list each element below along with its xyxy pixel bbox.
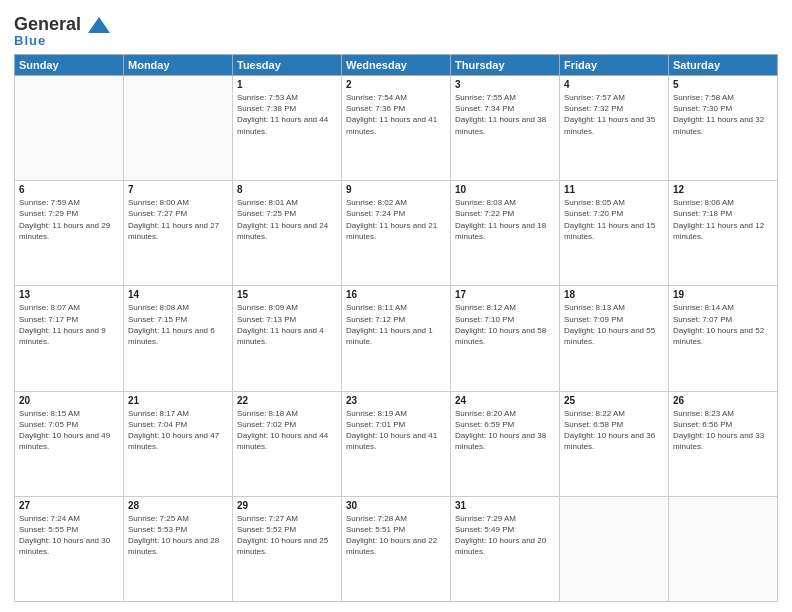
day-number: 31 bbox=[455, 500, 555, 511]
day-info: Sunrise: 8:22 AMSunset: 6:58 PMDaylight:… bbox=[564, 408, 664, 453]
day-info: Sunrise: 8:07 AMSunset: 7:17 PMDaylight:… bbox=[19, 302, 119, 347]
day-info: Sunrise: 8:00 AMSunset: 7:27 PMDaylight:… bbox=[128, 197, 228, 242]
day-number: 28 bbox=[128, 500, 228, 511]
day-number: 10 bbox=[455, 184, 555, 195]
calendar-week-row: 27Sunrise: 7:24 AMSunset: 5:55 PMDayligh… bbox=[15, 496, 778, 601]
calendar-day-cell bbox=[15, 76, 124, 181]
calendar-day-cell: 11Sunrise: 8:05 AMSunset: 7:20 PMDayligh… bbox=[560, 181, 669, 286]
calendar-day-cell: 18Sunrise: 8:13 AMSunset: 7:09 PMDayligh… bbox=[560, 286, 669, 391]
header-monday: Monday bbox=[124, 55, 233, 76]
calendar-day-cell: 17Sunrise: 8:12 AMSunset: 7:10 PMDayligh… bbox=[451, 286, 560, 391]
day-info: Sunrise: 7:58 AMSunset: 7:30 PMDaylight:… bbox=[673, 92, 773, 137]
day-info: Sunrise: 8:14 AMSunset: 7:07 PMDaylight:… bbox=[673, 302, 773, 347]
calendar-week-row: 13Sunrise: 8:07 AMSunset: 7:17 PMDayligh… bbox=[15, 286, 778, 391]
day-number: 7 bbox=[128, 184, 228, 195]
day-info: Sunrise: 7:29 AMSunset: 5:49 PMDaylight:… bbox=[455, 513, 555, 558]
day-info: Sunrise: 7:24 AMSunset: 5:55 PMDaylight:… bbox=[19, 513, 119, 558]
calendar-day-cell: 27Sunrise: 7:24 AMSunset: 5:55 PMDayligh… bbox=[15, 496, 124, 601]
day-info: Sunrise: 7:25 AMSunset: 5:53 PMDaylight:… bbox=[128, 513, 228, 558]
calendar-day-cell: 20Sunrise: 8:15 AMSunset: 7:05 PMDayligh… bbox=[15, 391, 124, 496]
header-saturday: Saturday bbox=[669, 55, 778, 76]
day-number: 27 bbox=[19, 500, 119, 511]
day-number: 15 bbox=[237, 289, 337, 300]
calendar-page: General Blue Sunday Monday Tuesday Wedne… bbox=[0, 0, 792, 612]
day-number: 25 bbox=[564, 395, 664, 406]
calendar-day-cell: 4Sunrise: 7:57 AMSunset: 7:32 PMDaylight… bbox=[560, 76, 669, 181]
calendar-day-cell bbox=[124, 76, 233, 181]
header-wednesday: Wednesday bbox=[342, 55, 451, 76]
calendar-week-row: 1Sunrise: 7:53 AMSunset: 7:38 PMDaylight… bbox=[15, 76, 778, 181]
day-number: 22 bbox=[237, 395, 337, 406]
calendar-day-cell: 24Sunrise: 8:20 AMSunset: 6:59 PMDayligh… bbox=[451, 391, 560, 496]
calendar-week-row: 20Sunrise: 8:15 AMSunset: 7:05 PMDayligh… bbox=[15, 391, 778, 496]
calendar-day-cell: 16Sunrise: 8:11 AMSunset: 7:12 PMDayligh… bbox=[342, 286, 451, 391]
calendar-day-cell: 21Sunrise: 8:17 AMSunset: 7:04 PMDayligh… bbox=[124, 391, 233, 496]
day-number: 8 bbox=[237, 184, 337, 195]
day-info: Sunrise: 8:03 AMSunset: 7:22 PMDaylight:… bbox=[455, 197, 555, 242]
calendar-day-cell: 2Sunrise: 7:54 AMSunset: 7:36 PMDaylight… bbox=[342, 76, 451, 181]
calendar-day-cell: 26Sunrise: 8:23 AMSunset: 6:56 PMDayligh… bbox=[669, 391, 778, 496]
day-number: 4 bbox=[564, 79, 664, 90]
day-number: 29 bbox=[237, 500, 337, 511]
day-number: 17 bbox=[455, 289, 555, 300]
day-number: 12 bbox=[673, 184, 773, 195]
calendar-day-cell: 7Sunrise: 8:00 AMSunset: 7:27 PMDaylight… bbox=[124, 181, 233, 286]
day-info: Sunrise: 8:19 AMSunset: 7:01 PMDaylight:… bbox=[346, 408, 446, 453]
day-number: 5 bbox=[673, 79, 773, 90]
day-number: 9 bbox=[346, 184, 446, 195]
day-number: 24 bbox=[455, 395, 555, 406]
day-info: Sunrise: 8:08 AMSunset: 7:15 PMDaylight:… bbox=[128, 302, 228, 347]
logo: General Blue bbox=[14, 14, 112, 48]
calendar-day-cell: 9Sunrise: 8:02 AMSunset: 7:24 PMDaylight… bbox=[342, 181, 451, 286]
day-number: 18 bbox=[564, 289, 664, 300]
calendar-day-cell: 31Sunrise: 7:29 AMSunset: 5:49 PMDayligh… bbox=[451, 496, 560, 601]
calendar-day-cell: 29Sunrise: 7:27 AMSunset: 5:52 PMDayligh… bbox=[233, 496, 342, 601]
calendar-day-cell bbox=[560, 496, 669, 601]
calendar-day-cell: 13Sunrise: 8:07 AMSunset: 7:17 PMDayligh… bbox=[15, 286, 124, 391]
calendar-day-cell: 14Sunrise: 8:08 AMSunset: 7:15 PMDayligh… bbox=[124, 286, 233, 391]
day-number: 20 bbox=[19, 395, 119, 406]
calendar-day-cell: 23Sunrise: 8:19 AMSunset: 7:01 PMDayligh… bbox=[342, 391, 451, 496]
calendar-day-cell: 28Sunrise: 7:25 AMSunset: 5:53 PMDayligh… bbox=[124, 496, 233, 601]
day-info: Sunrise: 7:53 AMSunset: 7:38 PMDaylight:… bbox=[237, 92, 337, 137]
day-info: Sunrise: 8:09 AMSunset: 7:13 PMDaylight:… bbox=[237, 302, 337, 347]
calendar-day-cell: 15Sunrise: 8:09 AMSunset: 7:13 PMDayligh… bbox=[233, 286, 342, 391]
day-info: Sunrise: 8:13 AMSunset: 7:09 PMDaylight:… bbox=[564, 302, 664, 347]
logo-blue: Blue bbox=[14, 33, 46, 48]
header: General Blue bbox=[14, 10, 778, 48]
day-number: 26 bbox=[673, 395, 773, 406]
day-info: Sunrise: 8:12 AMSunset: 7:10 PMDaylight:… bbox=[455, 302, 555, 347]
header-thursday: Thursday bbox=[451, 55, 560, 76]
day-number: 6 bbox=[19, 184, 119, 195]
calendar-day-cell: 25Sunrise: 8:22 AMSunset: 6:58 PMDayligh… bbox=[560, 391, 669, 496]
day-info: Sunrise: 7:28 AMSunset: 5:51 PMDaylight:… bbox=[346, 513, 446, 558]
day-info: Sunrise: 7:27 AMSunset: 5:52 PMDaylight:… bbox=[237, 513, 337, 558]
day-info: Sunrise: 8:15 AMSunset: 7:05 PMDaylight:… bbox=[19, 408, 119, 453]
day-info: Sunrise: 8:18 AMSunset: 7:02 PMDaylight:… bbox=[237, 408, 337, 453]
day-number: 14 bbox=[128, 289, 228, 300]
day-number: 16 bbox=[346, 289, 446, 300]
day-number: 13 bbox=[19, 289, 119, 300]
calendar-day-cell: 8Sunrise: 8:01 AMSunset: 7:25 PMDaylight… bbox=[233, 181, 342, 286]
day-info: Sunrise: 8:06 AMSunset: 7:18 PMDaylight:… bbox=[673, 197, 773, 242]
day-number: 21 bbox=[128, 395, 228, 406]
day-info: Sunrise: 7:59 AMSunset: 7:29 PMDaylight:… bbox=[19, 197, 119, 242]
calendar-day-cell: 3Sunrise: 7:55 AMSunset: 7:34 PMDaylight… bbox=[451, 76, 560, 181]
day-info: Sunrise: 7:54 AMSunset: 7:36 PMDaylight:… bbox=[346, 92, 446, 137]
day-info: Sunrise: 7:57 AMSunset: 7:32 PMDaylight:… bbox=[564, 92, 664, 137]
day-info: Sunrise: 7:55 AMSunset: 7:34 PMDaylight:… bbox=[455, 92, 555, 137]
header-sunday: Sunday bbox=[15, 55, 124, 76]
calendar-week-row: 6Sunrise: 7:59 AMSunset: 7:29 PMDaylight… bbox=[15, 181, 778, 286]
day-info: Sunrise: 8:17 AMSunset: 7:04 PMDaylight:… bbox=[128, 408, 228, 453]
calendar-day-cell: 1Sunrise: 7:53 AMSunset: 7:38 PMDaylight… bbox=[233, 76, 342, 181]
calendar-day-cell: 30Sunrise: 7:28 AMSunset: 5:51 PMDayligh… bbox=[342, 496, 451, 601]
day-number: 11 bbox=[564, 184, 664, 195]
day-number: 30 bbox=[346, 500, 446, 511]
day-number: 1 bbox=[237, 79, 337, 90]
weekday-header-row: Sunday Monday Tuesday Wednesday Thursday… bbox=[15, 55, 778, 76]
logo-text: General bbox=[14, 14, 112, 35]
svg-marker-0 bbox=[88, 17, 110, 33]
day-number: 3 bbox=[455, 79, 555, 90]
day-info: Sunrise: 8:23 AMSunset: 6:56 PMDaylight:… bbox=[673, 408, 773, 453]
calendar-day-cell bbox=[669, 496, 778, 601]
